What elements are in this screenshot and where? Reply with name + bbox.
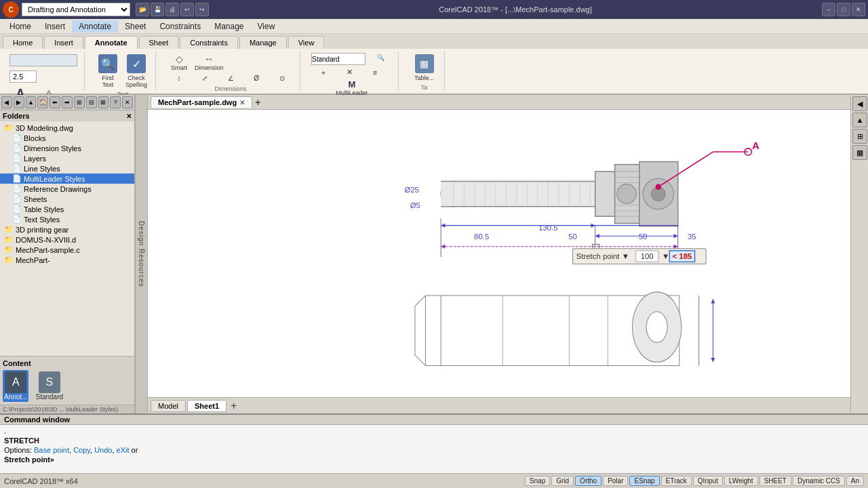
menu-constraints[interactable]: Constraints <box>153 20 208 33</box>
left-sidebar: ◀ ▶ ▲ 🏠 ⬅ ➡ ⊞ ⊟ ⊠ ? ✕ Folders ✕ <box>0 95 136 413</box>
workspace-select[interactable]: Drafting and Annotation <box>22 3 130 16</box>
menu-manage[interactable]: Manage <box>208 20 250 33</box>
right-btn-4[interactable]: ▦ <box>852 145 867 160</box>
ribbon-group-multileader: 🔍 + ✕ ≡ M MultiLeader MultiLeader <box>306 52 399 91</box>
sb-fwd-btn[interactable]: ▶ <box>14 96 24 108</box>
canvas[interactable]: A A 130.5 80.5 50 50 35 Ø25 Ø5 <box>148 110 850 397</box>
tree-item-blocks[interactable]: 📄 Blocks <box>0 133 134 143</box>
status-qinput[interactable]: QInput <box>693 476 723 486</box>
tree-item-linestyles[interactable]: 📄 Line Styles <box>0 163 134 174</box>
tree-item-textstyles[interactable]: 📄 Text Styles <box>0 214 134 224</box>
status-dynamic-ccs[interactable]: Dynamic CCS <box>793 476 845 486</box>
tab-close-btn[interactable]: ✕ <box>239 99 245 106</box>
sb-home-btn[interactable]: 🏠 <box>37 96 48 108</box>
cmd-link-exit[interactable]: eXit <box>117 446 130 454</box>
sb-back-btn[interactable]: ◀ <box>1 96 12 108</box>
cmd-link-undo[interactable]: Undo <box>94 446 112 454</box>
dim-sub3[interactable]: ∠ <box>218 73 243 84</box>
multileader-style-input[interactable] <box>311 53 366 65</box>
tab-sheet[interactable]: Sheet <box>139 36 179 49</box>
minimize-btn[interactable]: – <box>822 3 835 16</box>
menu-sheet[interactable]: Sheet <box>118 20 153 33</box>
sheet-tab-sheet1[interactable]: Sheet1 <box>187 400 226 412</box>
status-grid[interactable]: Grid <box>551 476 574 486</box>
cmd-link-basepoint[interactable]: Base point <box>34 446 69 454</box>
close-btn[interactable]: ✕ <box>852 3 865 16</box>
tree-item-tablestyles[interactable]: 📄 Table Styles <box>0 204 134 214</box>
open-btn[interactable]: 📂 <box>136 3 149 16</box>
right-btn-3[interactable]: ⊞ <box>852 129 867 144</box>
dim-sub2[interactable]: ⤢ <box>193 73 217 84</box>
sb-view3-btn[interactable]: ⊠ <box>98 96 109 108</box>
file-icon: 📄 <box>12 164 22 173</box>
sb-up-btn[interactable]: ▲ <box>26 96 37 108</box>
status-polar[interactable]: Polar <box>603 476 628 486</box>
status-an[interactable]: An <box>846 476 864 486</box>
sb-view1-btn[interactable]: ⊞ <box>74 96 85 108</box>
tree-item-dimstyles[interactable]: 📄 Dimension Styles <box>0 143 134 153</box>
sheet-tab-model[interactable]: Model <box>151 400 186 412</box>
folders-close-btn[interactable]: ✕ <box>126 113 132 120</box>
content-item-annot[interactable]: A Annot... <box>3 370 28 402</box>
tab-add-btn[interactable]: + <box>252 97 263 108</box>
svg-point-22 <box>617 184 637 204</box>
menu-insert[interactable]: Insert <box>38 20 72 33</box>
tab-annotate[interactable]: Annotate <box>85 36 138 49</box>
right-btn-2[interactable]: ▲ <box>852 113 867 127</box>
app-logo: C <box>3 1 19 18</box>
tab-view[interactable]: View <box>288 36 325 49</box>
dim-sub4[interactable]: Ø <box>244 73 269 84</box>
tab-manage[interactable]: Manage <box>239 36 287 49</box>
status-snap[interactable]: Snap <box>525 476 550 486</box>
tree-item-refdrawings[interactable]: 📄 Reference Drawings <box>0 184 134 194</box>
menu-view[interactable]: View <box>251 20 282 33</box>
right-btn-1[interactable]: ◀ <box>852 96 867 111</box>
tree-item-3dprinting[interactable]: 📁 3D printing gear <box>0 224 134 235</box>
sb-help-btn[interactable]: ? <box>110 96 121 108</box>
sb-close-btn[interactable]: ✕ <box>122 96 133 108</box>
tree-item-3dmodeling[interactable]: 📁 3D Modeling.dwg <box>0 123 134 133</box>
tree-item-mechpart-sample[interactable]: 📁 MechPart-sample.c <box>0 245 134 255</box>
sb-prev-btn[interactable]: ⬅ <box>50 96 60 108</box>
print-btn[interactable]: 🖨 <box>165 3 179 16</box>
tree-item-mechpart[interactable]: 📁 MechPart- <box>0 255 134 265</box>
sheet-add-btn[interactable]: + <box>228 400 239 412</box>
smart-btn[interactable]: ◇ Smart <box>167 53 191 72</box>
table-btn[interactable]: ▦ Table... <box>412 53 437 83</box>
find-text-btn[interactable]: 🔍 Find Text <box>96 53 120 89</box>
tree-item-multileader-styles[interactable]: 📄 MultiLeader Styles <box>0 174 134 184</box>
tree-item-sheets[interactable]: 📄 Sheets <box>0 194 134 204</box>
sb-view2-btn[interactable]: ⊟ <box>86 96 97 108</box>
tree-item-domus[interactable]: 📁 DOMUS-N-XVIII.d <box>0 235 134 245</box>
status-lweight[interactable]: LWeight <box>724 476 758 486</box>
multileader-add-btn[interactable]: + <box>311 67 336 78</box>
multileader-remove-btn[interactable]: ✕ <box>337 66 361 78</box>
status-esnap[interactable]: ESnap <box>629 476 659 486</box>
save-btn[interactable]: 💾 <box>151 3 164 16</box>
cmd-link-copy[interactable]: Copy <box>73 446 90 454</box>
check-spelling-btn[interactable]: ✓ Check Spelling <box>123 53 150 89</box>
maximize-btn[interactable]: □ <box>837 3 850 16</box>
status-ortho[interactable]: Ortho <box>575 476 601 486</box>
multileader-style-search[interactable]: 🔍 <box>368 53 393 65</box>
tab-constraints[interactable]: Constraints <box>180 36 238 49</box>
status-sheet[interactable]: SHEET <box>760 476 791 486</box>
drawing-area: MechPart-sample.dwg ✕ + <box>148 95 850 413</box>
menu-annotate[interactable]: Annotate <box>72 20 118 33</box>
tab-home[interactable]: Home <box>3 36 43 49</box>
redo-btn[interactable]: ↪ <box>195 3 209 16</box>
sb-next-btn[interactable]: ➡ <box>62 96 73 108</box>
menu-home[interactable]: Home <box>3 20 38 33</box>
status-etrack[interactable]: ETrack <box>661 476 692 486</box>
undo-btn[interactable]: ↩ <box>180 3 194 16</box>
command-window: Command window . STRETCH Options: Base p… <box>0 413 868 473</box>
dim-sub1[interactable]: ↕ <box>167 73 191 84</box>
dim-sub5[interactable]: ⊙ <box>270 73 294 84</box>
content-item-standard[interactable]: S Standard <box>34 370 64 402</box>
drawing-tab-mechpart[interactable]: MechPart-sample.dwg ✕ <box>151 96 252 108</box>
svg-text:Ø25: Ø25 <box>404 186 418 194</box>
dimension-btn[interactable]: ↔ Dimension <box>193 53 226 72</box>
multileader-align-btn[interactable]: ≡ <box>363 67 387 78</box>
tab-insert[interactable]: Insert <box>44 36 83 49</box>
tree-item-layers[interactable]: 📄 Layers <box>0 153 134 163</box>
